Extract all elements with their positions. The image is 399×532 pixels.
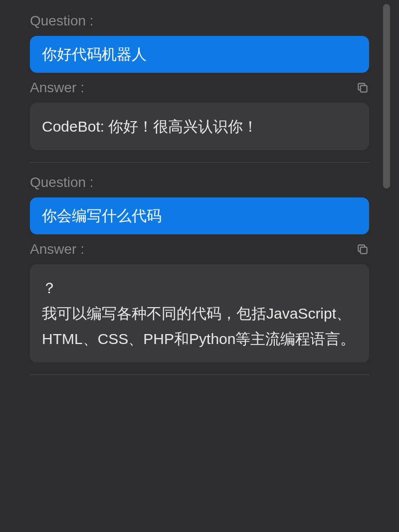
- answer-label-row: Answer :: [30, 241, 384, 257]
- divider: [30, 374, 369, 375]
- copy-icon[interactable]: [356, 243, 369, 256]
- copy-icon[interactable]: [356, 81, 369, 94]
- answer-label: Answer :: [30, 80, 84, 96]
- answer-bubble: ？我可以编写各种不同的代码，包括JavaScript、HTML、CSS、PHP和…: [30, 264, 369, 362]
- divider: [30, 162, 369, 163]
- answer-bubble: CodeBot: 你好！很高兴认识你！: [30, 103, 369, 150]
- answer-label: Answer :: [30, 241, 84, 257]
- question-bubble: 你好代码机器人: [30, 36, 369, 73]
- scrollbar[interactable]: [383, 4, 390, 188]
- chat-panel: Question : 你好代码机器人 Answer : CodeBot: 你好！…: [0, 0, 399, 532]
- answer-label-row: Answer :: [30, 80, 384, 96]
- question-label: Question :: [30, 13, 384, 29]
- qa-block: Question : 你好代码机器人 Answer : CodeBot: 你好！…: [30, 13, 384, 150]
- question-bubble: 你会编写什么代码: [30, 197, 369, 234]
- question-label: Question :: [30, 175, 384, 190]
- svg-rect-1: [361, 247, 367, 254]
- qa-block: Question : 你会编写什么代码 Answer : ？我可以编写各种不同的…: [30, 175, 384, 362]
- svg-rect-0: [361, 86, 367, 92]
